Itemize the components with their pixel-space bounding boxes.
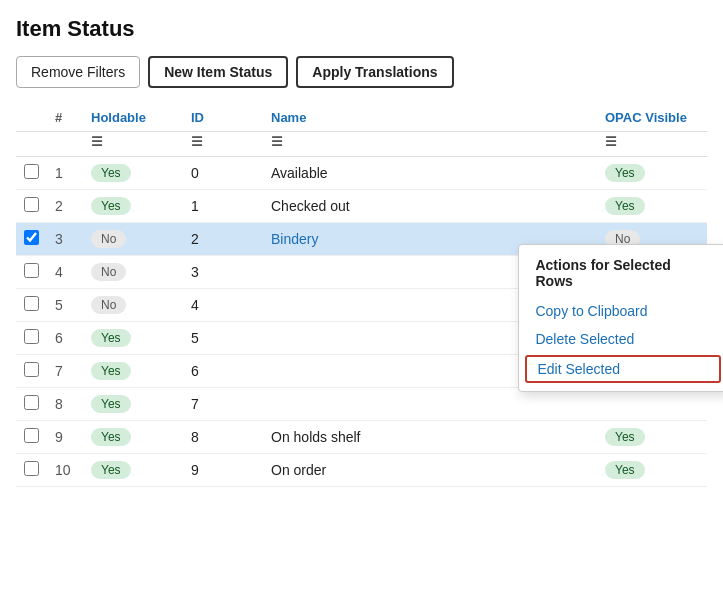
row-checkbox-cell bbox=[16, 421, 47, 454]
table-row[interactable]: 3No2BinderyActions for Selected RowsCopy… bbox=[16, 223, 707, 256]
holdable-badge: Yes bbox=[91, 329, 131, 347]
opac-filter-cell: ☰ bbox=[597, 132, 707, 157]
select-all-header bbox=[16, 104, 47, 132]
opac-header[interactable]: OPAC Visible bbox=[597, 104, 707, 132]
id-cell: 9 bbox=[183, 454, 263, 487]
holdable-cell: No bbox=[83, 223, 183, 256]
item-name: Available bbox=[271, 165, 328, 181]
row-checkbox[interactable] bbox=[24, 395, 39, 410]
num-filter-cell bbox=[47, 132, 83, 157]
holdable-badge: No bbox=[91, 230, 126, 248]
item-name: Checked out bbox=[271, 198, 350, 214]
id-cell: 3 bbox=[183, 256, 263, 289]
holdable-badge: Yes bbox=[91, 197, 131, 215]
id-cell: 8 bbox=[183, 421, 263, 454]
opac-badge: Yes bbox=[605, 164, 645, 182]
name-filter-icon[interactable]: ☰ bbox=[271, 134, 287, 150]
holdable-badge: No bbox=[91, 296, 126, 314]
opac-badge: Yes bbox=[605, 197, 645, 215]
holdable-sort-link[interactable]: Holdable bbox=[91, 110, 146, 125]
name-cell: Available bbox=[263, 157, 597, 190]
row-checkbox-cell bbox=[16, 289, 47, 322]
id-cell: 0 bbox=[183, 157, 263, 190]
opac-cell: Yes bbox=[597, 190, 707, 223]
page-title: Item Status bbox=[16, 16, 707, 42]
table-row[interactable]: 9Yes8On holds shelfYes bbox=[16, 421, 707, 454]
holdable-cell: Yes bbox=[83, 322, 183, 355]
opac-sort-link[interactable]: OPAC Visible bbox=[605, 110, 687, 125]
item-name: On holds shelf bbox=[271, 429, 361, 445]
row-number: 6 bbox=[47, 322, 83, 355]
id-filter-cell: ☰ bbox=[183, 132, 263, 157]
row-checkbox-cell bbox=[16, 322, 47, 355]
opac-cell bbox=[597, 388, 707, 421]
context-menu-item-delete[interactable]: Delete Selected bbox=[519, 325, 723, 353]
holdable-cell: Yes bbox=[83, 421, 183, 454]
context-menu: Actions for Selected RowsCopy to Clipboa… bbox=[518, 244, 723, 392]
holdable-filter-icon[interactable]: ☰ bbox=[91, 134, 107, 150]
row-checkbox-cell bbox=[16, 256, 47, 289]
opac-cell: Yes bbox=[597, 454, 707, 487]
id-cell: 2 bbox=[183, 223, 263, 256]
row-checkbox[interactable] bbox=[24, 362, 39, 377]
holdable-cell: Yes bbox=[83, 190, 183, 223]
row-checkbox-cell bbox=[16, 388, 47, 421]
opac-cell: Yes bbox=[597, 157, 707, 190]
holdable-badge: Yes bbox=[91, 428, 131, 446]
row-number: 10 bbox=[47, 454, 83, 487]
id-header[interactable]: ID bbox=[183, 104, 263, 132]
table-body: 1Yes0AvailableYes2Yes1Checked outYes3No2… bbox=[16, 157, 707, 487]
row-checkbox[interactable] bbox=[24, 329, 39, 344]
holdable-cell: Yes bbox=[83, 454, 183, 487]
holdable-cell: No bbox=[83, 289, 183, 322]
row-number: 9 bbox=[47, 421, 83, 454]
context-menu-item-copy[interactable]: Copy to Clipboard bbox=[519, 297, 723, 325]
toolbar: Remove Filters New Item Status Apply Tra… bbox=[16, 56, 707, 88]
checkbox-filter-cell bbox=[16, 132, 47, 157]
remove-filters-button[interactable]: Remove Filters bbox=[16, 56, 140, 88]
table-row[interactable]: 2Yes1Checked outYes bbox=[16, 190, 707, 223]
holdable-badge: Yes bbox=[91, 395, 131, 413]
row-checkbox[interactable] bbox=[24, 461, 39, 476]
new-item-status-button[interactable]: New Item Status bbox=[148, 56, 288, 88]
name-header[interactable]: Name bbox=[263, 104, 597, 132]
holdable-cell: No bbox=[83, 256, 183, 289]
name-cell: On order bbox=[263, 454, 597, 487]
id-sort-link[interactable]: ID bbox=[191, 110, 204, 125]
id-cell: 7 bbox=[183, 388, 263, 421]
row-checkbox[interactable] bbox=[24, 296, 39, 311]
row-checkbox-cell bbox=[16, 454, 47, 487]
id-cell: 1 bbox=[183, 190, 263, 223]
holdable-filter-cell: ☰ bbox=[83, 132, 183, 157]
row-checkbox[interactable] bbox=[24, 263, 39, 278]
row-number: 3 bbox=[47, 223, 83, 256]
row-number: 7 bbox=[47, 355, 83, 388]
opac-cell: Yes bbox=[597, 421, 707, 454]
row-number: 1 bbox=[47, 157, 83, 190]
row-checkbox[interactable] bbox=[24, 428, 39, 443]
holdable-badge: Yes bbox=[91, 461, 131, 479]
row-checkbox[interactable] bbox=[24, 230, 39, 245]
context-menu-item-edit[interactable]: Edit Selected bbox=[525, 355, 721, 383]
apply-translations-button[interactable]: Apply Translations bbox=[296, 56, 453, 88]
holdable-header[interactable]: Holdable bbox=[83, 104, 183, 132]
id-filter-icon[interactable]: ☰ bbox=[191, 134, 207, 150]
name-cell: BinderyActions for Selected RowsCopy to … bbox=[263, 223, 597, 256]
holdable-cell: Yes bbox=[83, 355, 183, 388]
name-sort-link[interactable]: Name bbox=[271, 110, 306, 125]
row-number: 4 bbox=[47, 256, 83, 289]
row-checkbox[interactable] bbox=[24, 197, 39, 212]
table-row[interactable]: 1Yes0AvailableYes bbox=[16, 157, 707, 190]
context-menu-title: Actions for Selected Rows bbox=[519, 251, 723, 297]
opac-badge: Yes bbox=[605, 428, 645, 446]
row-checkbox[interactable] bbox=[24, 164, 39, 179]
row-checkbox-cell bbox=[16, 157, 47, 190]
name-filter-cell: ☰ bbox=[263, 132, 597, 157]
opac-filter-icon[interactable]: ☰ bbox=[605, 134, 621, 150]
id-cell: 5 bbox=[183, 322, 263, 355]
table-row[interactable]: 10Yes9On orderYes bbox=[16, 454, 707, 487]
holdable-badge: No bbox=[91, 263, 126, 281]
table-row[interactable]: 8Yes7 bbox=[16, 388, 707, 421]
id-cell: 4 bbox=[183, 289, 263, 322]
item-status-table: # Holdable ID Name OPAC Visible ☰ ☰ bbox=[16, 104, 707, 487]
